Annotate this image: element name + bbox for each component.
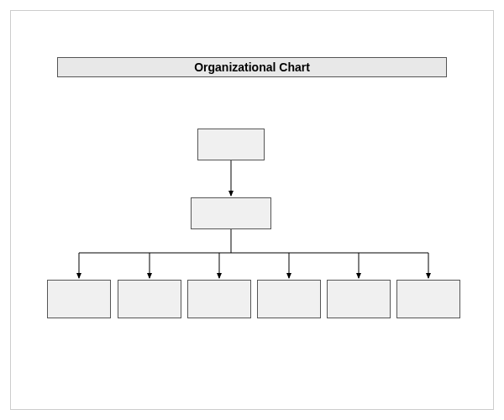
org-node-bottom-2 [118, 280, 181, 318]
org-node-bottom-1 [47, 280, 111, 318]
chart-title-bar: Organizational Chart [57, 57, 447, 77]
org-node-bottom-5 [327, 280, 391, 318]
org-node-top [197, 129, 265, 160]
document-frame: Organizational Chart [10, 10, 494, 410]
org-node-bottom-4 [257, 280, 321, 318]
org-node-second [191, 197, 271, 229]
chart-title: Organizational Chart [194, 60, 310, 74]
org-node-bottom-6 [396, 280, 460, 318]
org-node-bottom-3 [187, 280, 251, 318]
